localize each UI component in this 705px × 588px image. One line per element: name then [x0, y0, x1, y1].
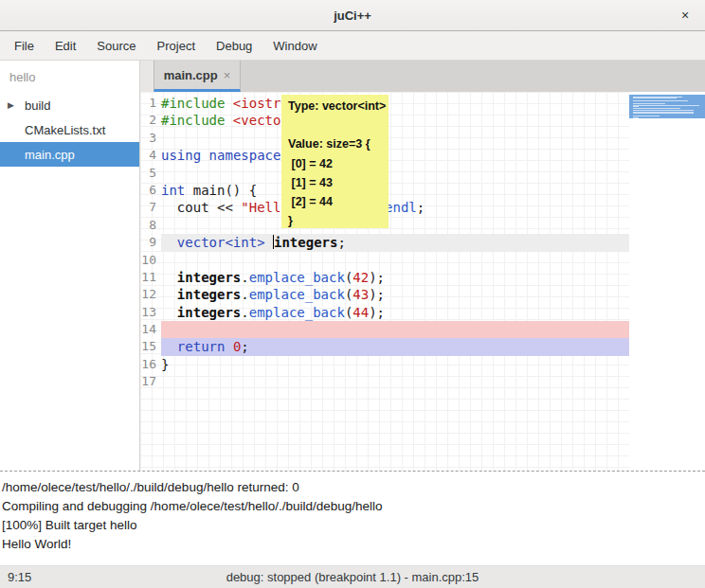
- minimap-code-line: [633, 100, 688, 101]
- code-content: [161, 130, 629, 147]
- tab-bar: main.cpp ×: [140, 61, 705, 92]
- code-line[interactable]: 10: [140, 252, 629, 269]
- output-panel[interactable]: /home/olece/test/hello/./build/debug/hel…: [0, 471, 705, 565]
- line-number: 13: [140, 304, 161, 321]
- tree-item-label: build: [25, 98, 50, 113]
- minimap-code-line: [633, 105, 699, 106]
- code-token: ;: [417, 200, 425, 215]
- code-token: cout <<: [161, 200, 241, 215]
- code-token: using: [161, 148, 201, 163]
- tree-item-main-cpp[interactable]: main.cpp: [0, 142, 139, 167]
- minimap-code-line: [633, 98, 677, 98]
- tree-item-cmakelists-txt[interactable]: CMakeLists.txt: [0, 117, 139, 142]
- code-token: emplace_back: [249, 270, 345, 285]
- minimap[interactable]: [629, 92, 705, 471]
- code-token: );: [369, 287, 385, 302]
- code-content: using namespace std;: [161, 147, 629, 164]
- code-content: cout << "Hello World!" << endl;: [161, 199, 629, 216]
- tooltip-line: [288, 116, 382, 134]
- code-token: 43: [352, 287, 369, 302]
- line-number: 15: [140, 338, 161, 355]
- code-token: endl: [385, 200, 417, 215]
- code-line[interactable]: 12 integers.emplace_back(43);: [140, 286, 629, 303]
- line-number: 3: [140, 130, 161, 147]
- code-token: .: [241, 270, 248, 285]
- code-line[interactable]: 17: [140, 373, 629, 390]
- line-number: 8: [140, 217, 161, 234]
- file-tree: ▶buildCMakeLists.txtmain.cpp: [0, 93, 139, 167]
- status-debug-message: debug: stopped (breakpoint 1.1) - main.c…: [0, 570, 705, 584]
- tab-label: main.cpp: [164, 68, 218, 82]
- code-content: [161, 165, 629, 182]
- tab-bar-lead: [140, 61, 154, 92]
- minimap-viewport[interactable]: [629, 95, 705, 118]
- tooltip-line: Type: vector<int>: [288, 97, 382, 116]
- menu-item-edit[interactable]: Edit: [45, 31, 86, 60]
- code-token: integers: [177, 305, 241, 320]
- line-number: 9: [140, 234, 161, 251]
- code-line[interactable]: 14: [140, 321, 629, 338]
- code-content: [161, 321, 629, 338]
- tree-item-label: CMakeLists.txt: [25, 123, 105, 137]
- tooltip-line: Value: size=3 {: [288, 134, 382, 153]
- code-token: ;: [337, 235, 345, 250]
- tab-main-cpp[interactable]: main.cpp ×: [154, 61, 241, 92]
- code-token: main() {: [185, 183, 257, 198]
- code-content: int main() {: [161, 182, 629, 199]
- app-window: juCi++ × FileEditSourceProjectDebugWindo…: [0, 0, 705, 588]
- menu-item-source[interactable]: Source: [86, 31, 146, 60]
- code-line[interactable]: 13 integers.emplace_back(44);: [140, 304, 629, 321]
- code-content: [161, 373, 629, 390]
- menu-item-window[interactable]: Window: [262, 31, 327, 60]
- code-line[interactable]: 11 integers.emplace_back(42);: [140, 269, 629, 286]
- file-tree-sidebar: hello ▶buildCMakeLists.txtmain.cpp: [0, 61, 140, 471]
- code-token: #include: [161, 113, 233, 128]
- line-number: 10: [140, 252, 161, 269]
- code-token: integers: [177, 287, 241, 302]
- minimap-code-line: [633, 108, 680, 109]
- code-content: [161, 217, 629, 234]
- menu-bar: FileEditSourceProjectDebugWindow: [0, 31, 705, 61]
- menu-item-debug[interactable]: Debug: [206, 31, 262, 60]
- code-token: vector<int>: [177, 235, 265, 250]
- line-number: 12: [140, 286, 161, 303]
- code-line[interactable]: 15 return 0;: [140, 338, 629, 355]
- tooltip-line: [2] = 44: [288, 192, 382, 211]
- code-token: ;: [241, 339, 248, 354]
- chevron-right-icon[interactable]: ▶: [8, 100, 23, 110]
- line-number: 14: [140, 321, 161, 338]
- minimap-code-line: [633, 113, 694, 114]
- line-number: 6: [140, 182, 161, 199]
- code-token: );: [369, 270, 385, 285]
- tab-close-icon[interactable]: ×: [224, 68, 231, 82]
- title-bar[interactable]: juCi++ ×: [0, 0, 705, 31]
- tree-item-label: main.cpp: [25, 148, 75, 162]
- tree-item-build[interactable]: ▶build: [0, 93, 139, 117]
- code-token: [161, 339, 177, 354]
- code-token: emplace_back: [249, 287, 345, 302]
- status-bar: debug: stopped (breakpoint 1.1) - main.c…: [0, 565, 705, 588]
- menu-item-file[interactable]: File: [4, 31, 45, 60]
- tooltip-line: }: [288, 211, 382, 230]
- code-token: [225, 339, 232, 354]
- menu-item-project[interactable]: Project: [147, 31, 206, 60]
- code-token: int: [161, 183, 185, 198]
- close-icon[interactable]: ×: [677, 7, 694, 24]
- code-token: [161, 270, 177, 285]
- code-content: integers.emplace_back(43);: [161, 286, 629, 303]
- output-line: /home/olece/test/hello/./build/debug/hel…: [2, 478, 701, 497]
- code-token: [265, 235, 273, 250]
- code-line[interactable]: 9 vector<int> integers;: [140, 234, 629, 251]
- code-token: namespace: [209, 148, 281, 163]
- line-number: 16: [140, 356, 161, 373]
- code-token: }: [161, 357, 169, 372]
- code-content: [161, 252, 629, 269]
- line-number: 17: [140, 373, 161, 390]
- code-token: );: [369, 305, 385, 320]
- editor: 1#include <iostream>2#include <vector>34…: [140, 92, 705, 471]
- code-token: [161, 287, 177, 302]
- code-token: emplace_back: [249, 305, 345, 320]
- code-line[interactable]: 16}: [140, 356, 629, 373]
- code-content: return 0;: [161, 338, 629, 355]
- line-number: 5: [140, 165, 161, 182]
